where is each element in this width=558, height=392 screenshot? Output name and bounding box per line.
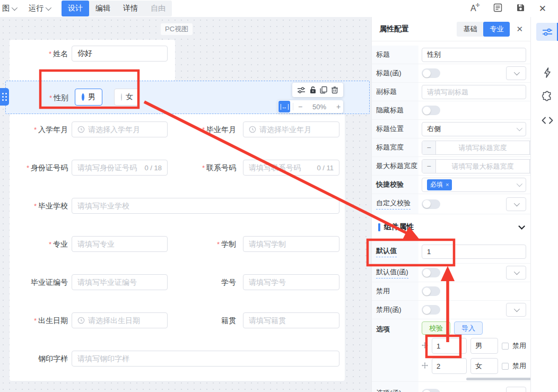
name-input[interactable] — [72, 46, 168, 62]
stepper-minus-button[interactable]: − — [422, 141, 436, 154]
max-title-width-input[interactable] — [436, 160, 529, 173]
disabled-toggle[interactable] — [422, 286, 440, 296]
prop-label: 标题位置 — [372, 120, 419, 138]
option-text-input[interactable] — [470, 338, 498, 354]
hometown-input-value[interactable] — [249, 316, 334, 325]
tab-design[interactable]: 设计 — [62, 1, 89, 16]
rail-events-lightning-icon[interactable] — [536, 64, 558, 82]
major-input[interactable] — [72, 236, 168, 252]
default-value-input[interactable] — [422, 245, 526, 259]
default-value-fn-toggle[interactable] — [422, 268, 440, 277]
system-input[interactable] — [243, 236, 339, 252]
graduation-date-picker[interactable] — [243, 121, 339, 137]
tab-professional[interactable]: 专业 — [483, 22, 510, 37]
hide-title-toggle[interactable] — [422, 106, 440, 115]
validate-button[interactable]: 校验 — [422, 321, 450, 335]
collapse-chevron-icon[interactable] — [518, 223, 525, 230]
option-value-input[interactable] — [432, 338, 467, 354]
save-icon[interactable] — [516, 3, 525, 14]
school-input-value[interactable] — [77, 202, 334, 210]
title-fn-toggle[interactable] — [422, 68, 440, 78]
title-position-select[interactable]: 右侧 — [422, 122, 526, 136]
subtitle-input[interactable] — [422, 85, 526, 99]
field-label: *专业 — [10, 236, 68, 252]
rail-plugins-puzzle-icon[interactable] — [536, 87, 558, 105]
id-card-input[interactable]: 0 / 18 — [72, 160, 168, 176]
name-input-value[interactable] — [77, 49, 162, 58]
major-input-value[interactable] — [77, 240, 162, 248]
custom-validate-expand-button[interactable] — [506, 197, 526, 211]
panel-title: 属性配置 — [379, 24, 409, 34]
title-width-input[interactable] — [436, 141, 529, 154]
title-input[interactable] — [422, 48, 526, 62]
rail-properties-sliders-icon[interactable] — [536, 23, 558, 41]
drag-handle[interactable] — [0, 88, 9, 106]
enroll-date-picker[interactable] — [72, 121, 168, 137]
horizontal-scrollbar[interactable] — [466, 378, 530, 380]
contact-input[interactable]: 0 / 11 — [243, 160, 339, 176]
settings-sliders-icon[interactable] — [297, 86, 306, 94]
birthday-picker[interactable] — [72, 312, 168, 328]
hometown-input[interactable] — [243, 312, 339, 328]
lock-icon[interactable] — [309, 86, 317, 94]
tab-free[interactable]: 自由 — [144, 1, 172, 16]
id-card-input-value[interactable] — [77, 163, 141, 172]
stepper-minus-button[interactable]: − — [422, 160, 436, 173]
tab-edit[interactable]: 编辑 — [89, 1, 117, 16]
required-tag: 必填× — [427, 179, 452, 190]
property-list: 标题 标题(函) 副标题 隐藏标题 标题位置 右侧 标题宽度 — [372, 46, 530, 392]
tab-detail[interactable]: 详情 — [117, 1, 144, 16]
option-value-input[interactable] — [432, 358, 467, 374]
student-no-input-value[interactable] — [249, 278, 334, 286]
panel-close-icon[interactable]: ✕ — [516, 24, 523, 34]
disabled-fn-expand-button[interactable] — [506, 303, 526, 317]
option-disable-checkbox[interactable] — [502, 343, 509, 350]
run-menu[interactable]: 运行 — [29, 4, 50, 13]
quick-validate-select[interactable]: 必填× — [422, 178, 526, 192]
options-fn-toggle[interactable] — [422, 389, 440, 392]
prop-label: 最大标题宽度 — [372, 157, 419, 175]
field-row-major: *专业 *学制 — [10, 236, 345, 252]
seal-input[interactable] — [72, 351, 339, 367]
selected-gender-row[interactable]: *性别 男 女 ↔ − 50% + — [5, 81, 370, 114]
radio-female[interactable]: 女 — [114, 89, 140, 106]
rail-code-icon[interactable] — [536, 111, 558, 129]
default-value-fn-expand-button[interactable] — [506, 266, 526, 280]
prop-row-default-value-fn: 默认值(函) — [372, 264, 530, 282]
prop-label: 禁用(函) — [372, 301, 419, 319]
graduation-date-input[interactable] — [259, 125, 334, 134]
close-icon[interactable]: ✕ — [539, 4, 546, 13]
view-menu[interactable]: 图 — [2, 4, 16, 13]
option-disable-checkbox[interactable] — [502, 363, 509, 370]
cert-no-input-value[interactable] — [77, 278, 162, 286]
copy-icon[interactable] — [320, 86, 327, 94]
import-button[interactable]: 导入 — [454, 321, 483, 335]
radio-male[interactable]: 男 — [75, 89, 102, 106]
width-plus-button[interactable]: + — [334, 102, 343, 111]
options-fn-expand-button[interactable] — [506, 387, 526, 392]
prop-row-title: 标题 — [372, 46, 530, 64]
system-input-value[interactable] — [249, 240, 334, 248]
move-icon[interactable] — [422, 361, 428, 371]
custom-validate-toggle[interactable] — [422, 199, 440, 209]
seal-input-value[interactable] — [77, 354, 334, 363]
school-input[interactable] — [72, 198, 339, 214]
disabled-fn-toggle[interactable] — [422, 305, 440, 315]
font-add-icon[interactable]: A✛ — [470, 4, 476, 13]
document-icon[interactable] — [493, 3, 502, 14]
contact-input-value[interactable] — [249, 163, 313, 172]
delete-trash-icon[interactable] — [331, 86, 338, 94]
tab-basic[interactable]: 基础 — [457, 22, 483, 37]
cert-no-input[interactable] — [72, 274, 168, 290]
tag-close-icon[interactable]: × — [446, 181, 449, 188]
width-icon[interactable]: ↔ — [278, 101, 290, 112]
enroll-date-input[interactable] — [88, 125, 162, 134]
move-icon[interactable] — [422, 341, 428, 351]
student-no-input[interactable] — [243, 274, 339, 290]
required-mark: * — [217, 240, 220, 248]
title-fn-expand-button[interactable] — [506, 66, 526, 80]
radio-selected-icon — [82, 93, 84, 101]
width-minus-button[interactable]: − — [295, 102, 305, 111]
option-text-input[interactable] — [470, 358, 498, 374]
birthday-input[interactable] — [88, 316, 162, 325]
